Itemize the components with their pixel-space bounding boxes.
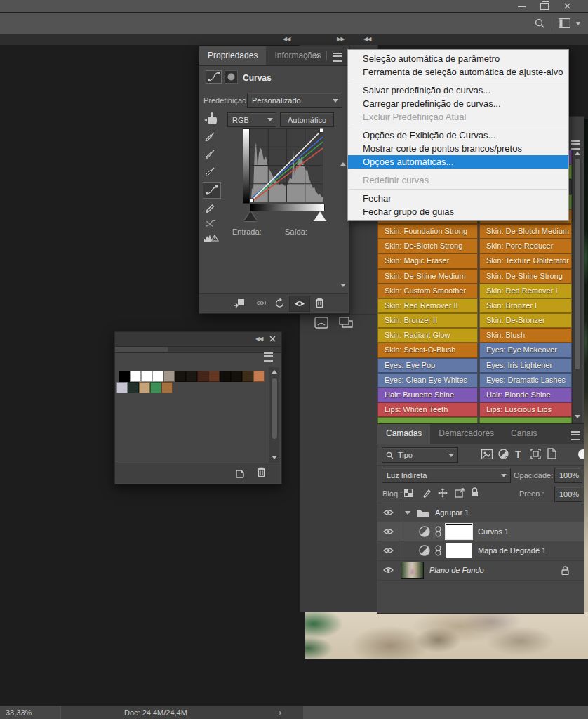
action-button[interactable]: Skin: Bronzer II — [377, 313, 478, 328]
visibility-toggle[interactable] — [377, 503, 399, 522]
collapse-panel-icon[interactable]: ◀◀ — [255, 334, 262, 345]
action-button[interactable] — [479, 417, 572, 423]
color-swatch[interactable] — [242, 371, 253, 382]
action-button[interactable]: Eyes: Eye Makeover — [479, 343, 572, 357]
color-swatch[interactable] — [128, 382, 139, 393]
color-swatch[interactable] — [130, 371, 141, 382]
tab-camadas[interactable]: Camadas — [377, 424, 430, 444]
action-button[interactable]: Skin: De-Shine Medium — [377, 269, 478, 284]
action-button[interactable]: Skin: Red Remover I — [479, 284, 572, 298]
swatches-panel-menu-icon[interactable] — [264, 352, 273, 362]
filter-adjustment-layers-icon[interactable] — [498, 449, 509, 459]
menu-item[interactable]: Opções de Exibição de Curvas... — [348, 128, 568, 142]
auto-button[interactable]: Automático — [280, 112, 334, 127]
lock-position-icon[interactable] — [438, 488, 448, 498]
delete-swatch-icon[interactable] — [257, 467, 266, 477]
curves-plot[interactable] — [250, 128, 323, 202]
gray-point-eyedropper-icon[interactable] — [205, 149, 215, 159]
lock-all-icon[interactable] — [471, 487, 479, 497]
layer-mask-thumbnail[interactable] — [446, 524, 472, 539]
actions-panel-menu-icon[interactable] — [571, 140, 580, 150]
color-swatch[interactable] — [175, 371, 186, 382]
filter-pixel-layers-icon[interactable] — [481, 449, 493, 459]
layer-comps-panel-icon[interactable] — [339, 317, 354, 329]
more-tabs-icon[interactable]: » — [314, 50, 319, 60]
close-icon[interactable] — [564, 3, 570, 9]
action-button[interactable]: Skin: Blush — [479, 328, 572, 343]
action-button[interactable]: Skin: Select-O-Blush — [377, 343, 478, 357]
group-expand-chevron-icon[interactable] — [405, 511, 410, 515]
opacity-value-field[interactable]: 100% — [554, 468, 582, 483]
collapse-panels-icon[interactable]: ◀◀ — [283, 34, 290, 45]
action-button[interactable]: Skin: Texture Obliterator — [479, 253, 572, 268]
action-button[interactable]: Skin: Custom Smoother — [377, 284, 478, 298]
action-button[interactable]: Hair: Blonde Shine — [479, 388, 572, 402]
color-swatch[interactable] — [163, 371, 175, 382]
white-point-eyedropper-icon[interactable] — [205, 131, 215, 142]
action-button[interactable]: Skin: De-Blotch Medium — [479, 224, 572, 239]
color-swatch[interactable] — [116, 382, 128, 393]
menu-item[interactable]: Ferramenta de seleção automática de ajus… — [348, 65, 568, 79]
tab-canais[interactable]: Canais — [502, 424, 545, 444]
histogram-warning-icon[interactable] — [203, 232, 219, 242]
filter-smart-objects-icon[interactable] — [547, 448, 556, 459]
layer-row-group[interactable]: Agrupar 1 — [377, 503, 584, 522]
color-swatch[interactable] — [253, 371, 265, 382]
swatches-scrollbar[interactable] — [269, 367, 279, 463]
doc-info-field[interactable]: Doc: 24,4M/24,4M › — [61, 706, 303, 719]
preset-select[interactable]: Personalizado — [247, 93, 342, 108]
action-button[interactable]: Skin: De-Shine Strong — [479, 269, 572, 284]
masks-panel-icon[interactable] — [314, 317, 328, 329]
lock-pixels-icon[interactable] — [422, 488, 432, 498]
tab-demarcadores[interactable]: Demarcadores — [430, 424, 502, 444]
layers-panel-menu-icon[interactable] — [571, 431, 580, 440]
lock-artboard-icon[interactable] — [455, 488, 465, 498]
restore-icon[interactable] — [540, 3, 549, 10]
targeted-adjustment-icon[interactable] — [203, 112, 219, 126]
action-button[interactable]: Hair: Brunette Shine — [377, 388, 478, 402]
layer-row-curves[interactable]: Curvas 1 — [377, 522, 584, 541]
action-button[interactable]: Skin: De-Bronzer — [479, 313, 572, 328]
color-swatch[interactable] — [139, 382, 150, 393]
action-button[interactable] — [377, 417, 478, 423]
properties-panel-menu-icon[interactable] — [333, 53, 342, 62]
color-swatch[interactable] — [150, 382, 161, 393]
view-previous-state-icon[interactable] — [254, 298, 268, 308]
lock-transparency-icon[interactable] — [404, 489, 413, 497]
tab-propriedades[interactable]: Propriedades — [199, 46, 266, 65]
black-point-eyedropper-icon[interactable] — [205, 166, 215, 177]
workspace-chevron-icon[interactable] — [575, 22, 581, 25]
layer-mask-thumbnail[interactable] — [446, 543, 472, 558]
filter-shape-layers-icon[interactable] — [530, 449, 541, 459]
action-button[interactable]: Lips: Whiten Teeth — [377, 402, 478, 417]
status-expand-icon[interactable]: › — [279, 706, 281, 719]
collapse-panels-right-icon[interactable]: ◀◀ — [363, 34, 370, 45]
action-button[interactable]: Eyes: Dramatic Lashes — [479, 373, 572, 388]
minimize-icon[interactable] — [518, 6, 526, 7]
layer-filter-toggle[interactable] — [578, 449, 584, 459]
panel-scroll-up-icon[interactable] — [340, 162, 346, 166]
color-swatch[interactable] — [161, 382, 173, 393]
action-button[interactable]: Skin: Pore Reducer — [479, 239, 572, 253]
action-button[interactable]: Skin: Bronzer I — [479, 298, 572, 313]
new-swatch-icon[interactable] — [236, 468, 246, 478]
color-swatch[interactable] — [152, 371, 163, 382]
color-swatch[interactable] — [220, 371, 231, 382]
menu-item[interactable]: Opções automáticas... — [348, 155, 568, 169]
zoom-level-field[interactable]: 33,33% — [0, 706, 60, 719]
search-icon[interactable] — [535, 18, 545, 29]
filter-type-layers-icon[interactable]: T — [515, 449, 521, 460]
visibility-button[interactable] — [289, 296, 310, 312]
action-button[interactable]: Skin: De-Blotch Strong — [377, 239, 478, 253]
action-button[interactable]: Eyes: Clean Eye Whites — [377, 373, 478, 388]
panel-scroll-down-icon[interactable] — [340, 284, 346, 287]
color-swatch[interactable] — [197, 371, 208, 382]
menu-item[interactable]: Fechar — [348, 192, 568, 205]
menu-item[interactable]: Salvar predefinição de curvas... — [348, 84, 568, 97]
color-swatch[interactable] — [231, 371, 242, 382]
color-swatch[interactable] — [141, 371, 152, 382]
clip-to-layer-icon[interactable] — [233, 298, 245, 308]
fill-value-field[interactable]: 100% — [554, 487, 582, 502]
mask-link-icon[interactable] — [435, 545, 441, 556]
action-button[interactable]: Skin: Foundation Strong — [377, 224, 478, 239]
